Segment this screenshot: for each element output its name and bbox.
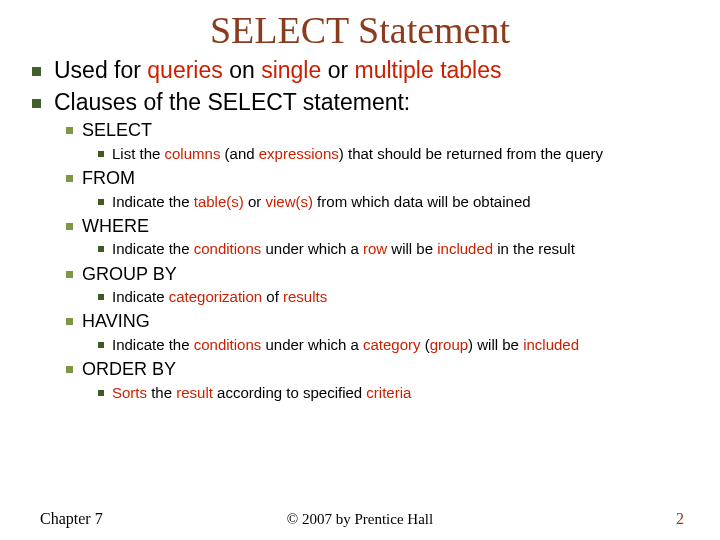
text: Indicate the [112,336,194,353]
bullet-clauses: Clauses of the SELECT statement: [54,88,700,117]
clause-group-by: GROUP BY [82,263,700,286]
text: in the result [493,240,575,257]
text: row [363,240,387,257]
text: queries [147,57,222,83]
clause-order-by-desc: Sorts the result according to specified … [112,383,700,403]
clause-order-by: ORDER BY [82,358,700,381]
clause-select: SELECT [82,119,700,142]
text: Indicate the [112,193,194,210]
clause-group-by-desc: Indicate categorization of results [112,287,700,307]
text: from which data will be obtained [313,193,531,210]
text: expressions [259,145,339,162]
text: Indicate the [112,240,194,257]
clauses-list: SELECT List the columns (and expressions… [54,119,700,403]
text: multiple tables [354,57,501,83]
bullet-used-for-queries: Used for queries on single or multiple t… [54,56,700,85]
slide-content: Used for queries on single or multiple t… [0,52,720,403]
clause-having: HAVING [82,310,700,333]
text: conditions [194,240,262,257]
text: under which a [261,240,363,257]
text: Sorts [112,384,147,401]
clause-select-desc: List the columns (and expressions) that … [112,144,700,164]
text: category [363,336,421,353]
footer-copyright: © 2007 by Prentice Hall [0,511,720,528]
text: ( [421,336,430,353]
text: (and [220,145,258,162]
text: included [437,240,493,257]
slide: SELECT Statement Used for queries on sin… [0,0,720,540]
text: criteria [366,384,411,401]
text: will be [387,240,437,257]
text: categorization [169,288,262,305]
text: group [430,336,468,353]
slide-title: SELECT Statement [0,0,720,52]
text: ) will be [468,336,523,353]
text: table(s) [194,193,244,210]
clause-having-desc: Indicate the conditions under which a ca… [112,335,700,355]
text: or [244,193,266,210]
clause-from-desc: Indicate the table(s) or view(s) from wh… [112,192,700,212]
clause-from: FROM [82,167,700,190]
text: ) that should be returned from the query [339,145,603,162]
text: result [176,384,213,401]
text: Indicate [112,288,169,305]
clause-where: WHERE [82,215,700,238]
text: view(s) [265,193,313,210]
text: according to specified [213,384,366,401]
text: of [262,288,283,305]
text: under which a [261,336,363,353]
footer-page-number: 2 [676,510,684,528]
text: the [147,384,176,401]
text: on [223,57,261,83]
clause-where-desc: Indicate the conditions under which a ro… [112,239,700,259]
text: conditions [194,336,262,353]
text: Used for [54,57,147,83]
text: or [321,57,354,83]
text: included [523,336,579,353]
text: results [283,288,327,305]
text: single [261,57,321,83]
text: columns [165,145,221,162]
text: List the [112,145,165,162]
